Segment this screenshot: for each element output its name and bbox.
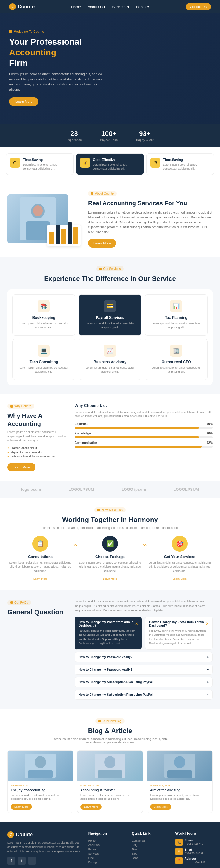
footer-phone-val: (+01) 3482 445 xyxy=(185,842,203,846)
nav-about[interactable]: About Us ▾ xyxy=(88,5,106,9)
why-list-item-0: ullamco laboris nisi ut xyxy=(7,446,68,450)
service-title-0: Bookkeeping xyxy=(17,315,71,320)
about-cta-button[interactable]: Learn More xyxy=(88,239,116,248)
service-title-3: Tech Consulting xyxy=(17,360,71,364)
footer-nav-pricing[interactable]: Pricing xyxy=(88,860,125,864)
feature-desc-1: Lorem ipsum dolor sit amet, consectetur … xyxy=(93,163,140,170)
why-section: Why Counte Why Have A Accounting Lorem i… xyxy=(0,394,220,480)
skill-bar-fill-1 xyxy=(75,436,199,438)
faq-item-1[interactable]: How to Change my Photo from Admin Dashbo… xyxy=(145,617,213,650)
faq-toggle-icon-3: + xyxy=(207,693,209,696)
blog-img-svg-2 xyxy=(164,753,195,778)
step-link-2[interactable]: Learn More xyxy=(173,577,187,580)
blog-grid: November 9, 2021 The joy of accounting L… xyxy=(7,750,213,813)
faq-icon-1: ✕ xyxy=(206,622,209,626)
stat-experience: 23 Experience xyxy=(66,130,82,142)
service-tech: 💻 Tech Consulting Lorem ipsum dolor sit … xyxy=(12,339,75,380)
blog-card-1: November 9, 2021 Accounting is forever L… xyxy=(77,750,143,813)
hero-cta-button[interactable]: Learn More xyxy=(9,97,38,106)
footer-hours-0: Mon - Fri : 7:00 AM - 7:00 PM xyxy=(175,867,213,868)
stats-bar: 23 Experience 100+ Project Done 93+ Happ… xyxy=(0,124,220,147)
faq-item-0[interactable]: How to Change my Photo from Admin Dashbo… xyxy=(75,617,142,650)
faq-right: Lorem ipsum dolor sit amet, consectetur … xyxy=(75,599,213,700)
blog-image-0 xyxy=(8,750,73,781)
svg-rect-12 xyxy=(168,770,192,778)
how-step-2: 🎯 Get Your Services Lorem ipsum dolor si… xyxy=(147,536,213,581)
footer-nav-services[interactable]: Services xyxy=(88,851,125,856)
step-link-1[interactable]: Learn More xyxy=(103,577,117,580)
service-desc-0: Lorem ipsum dolor sit amet, consectetur … xyxy=(17,321,71,330)
blog-btn-0[interactable]: Learn More xyxy=(11,804,32,810)
social-twitter[interactable]: t xyxy=(18,857,26,865)
blog-image-1 xyxy=(77,750,143,781)
about-headline: Real Accounting Services For You xyxy=(88,199,213,207)
nav-home[interactable]: Home xyxy=(71,5,81,9)
why-badge-dot xyxy=(10,405,13,407)
services-section: Our Services Experience The Difference I… xyxy=(0,257,220,394)
footer-quick-contact[interactable]: Contact Us xyxy=(132,839,169,843)
feature-title-0: Time-Saving xyxy=(23,158,70,161)
footer-email-val: info@counte.id xyxy=(185,851,203,855)
hero-description: Lorem ipsum dolor sit amet, consectetur … xyxy=(9,71,107,92)
blog-body-2: November 9, 2021 Aim of the auditing Lor… xyxy=(147,781,212,813)
nav-pages[interactable]: Pages ▾ xyxy=(136,5,149,9)
footer-nav-home[interactable]: Home xyxy=(88,839,125,843)
feature-icon-1: 💰 xyxy=(80,158,90,168)
logo[interactable]: C Counte xyxy=(9,3,35,10)
contact-button[interactable]: Contact Us xyxy=(186,3,211,10)
blog-btn-2[interactable]: Learn More xyxy=(150,804,172,810)
faq-simple-1[interactable]: How to Change my Password easily? + xyxy=(75,664,213,675)
step-desc-2: Lorem ipsum dolor sit amet, consectetur … xyxy=(147,561,213,574)
faq-answer-1: Far away, behind the word mountains, far… xyxy=(149,629,209,646)
skill-label-0: Expertise xyxy=(75,422,88,426)
footer-quick-team[interactable]: Team xyxy=(132,847,169,851)
footer-nav-blog[interactable]: Blog xyxy=(88,856,125,860)
why-cta-button[interactable]: Learn More xyxy=(7,463,35,471)
footer-nav-list: Home About Us Pages Services Blog Pricin… xyxy=(88,839,125,864)
footer: C Counte Lorem ipsum dolor sit amet, con… xyxy=(0,822,220,868)
step-title-2: Get Your Services xyxy=(147,555,213,559)
faq-badge: Our FAQs xyxy=(7,600,31,605)
step-title-1: Choose Package xyxy=(77,555,143,559)
logo-item-0: logolpsum xyxy=(21,487,41,492)
footer-quick-faq[interactable]: FAQ xyxy=(132,843,169,847)
why-right: Why Choose Us : Lorem ipsum dolor sit am… xyxy=(75,403,213,471)
footer-nav-title: Navigation xyxy=(88,831,125,836)
chart-bar-3 xyxy=(62,228,66,244)
social-linkedin[interactable]: in xyxy=(28,857,36,865)
social-facebook[interactable]: f xyxy=(7,857,15,865)
skill-pct-1: 90% xyxy=(207,432,213,435)
footer-quick-shop[interactable]: Shop xyxy=(132,856,169,860)
service-desc-4: Lorem ipsum dolor sit amet, consectetur … xyxy=(83,366,137,374)
logo-item-3: LOGOLPSUM xyxy=(173,487,199,492)
service-desc-1: Lorem ipsum dolor sit amet, consectetur … xyxy=(83,321,137,330)
blog-btn-1[interactable]: Learn More xyxy=(80,804,102,810)
service-tax: 📊 Tax Planning Lorem ipsum dolor sit ame… xyxy=(145,294,208,336)
footer-quick-title: Quick Link xyxy=(132,831,169,836)
how-subtext: Lorem ipsum dolor sit amet, consectetur … xyxy=(7,526,213,530)
footer-about: C Counte Lorem ipsum dolor sit amet, con… xyxy=(7,831,82,868)
faq-simple-0[interactable]: How to Change my Password easily? + xyxy=(75,652,213,662)
svg-point-8 xyxy=(105,756,115,768)
faq-simple-3[interactable]: How to Change my Subscription Plan using… xyxy=(75,690,213,700)
nav-services[interactable]: Services ▾ xyxy=(112,5,129,9)
why-list-item-2: Duis aute irure dolor sit amet 200.00 xyxy=(7,454,68,459)
step-link-0[interactable]: Learn More xyxy=(33,577,47,580)
how-step-1: ✅ Choose Package Lorem ipsum dolor sit a… xyxy=(77,536,143,581)
faq-simple-2[interactable]: How to Change my Subscription Plan using… xyxy=(75,677,213,687)
services-headline: Experience The Difference In Our Service xyxy=(7,274,213,283)
faq-layout: Our FAQs General Question Lorem ipsum do… xyxy=(7,599,213,700)
how-section: How We Works Working Together In Harmony… xyxy=(0,498,220,590)
footer-quick-blog[interactable]: Blog xyxy=(132,851,169,856)
faq-question-1: How to Change my Photo from Admin Dashbo… xyxy=(149,620,209,627)
services-badge: Our Services xyxy=(96,266,124,271)
footer-nav-about[interactable]: About Us xyxy=(88,843,125,847)
service-desc-2: Lorem ipsum dolor sit amet, consectetur … xyxy=(149,321,203,330)
footer-nav-pages[interactable]: Pages xyxy=(88,847,125,851)
how-header: How We Works Working Together In Harmony… xyxy=(7,507,213,530)
how-badge: How We Works xyxy=(95,507,125,513)
blog-title-1: Accounting is forever xyxy=(80,788,140,792)
hero-headline: Your Professional Accounting Firm xyxy=(9,36,211,68)
service-icon-2: 📊 xyxy=(170,300,182,312)
feature-desc-2: Lorem ipsum dolor sit amet, consectetur … xyxy=(163,163,210,170)
